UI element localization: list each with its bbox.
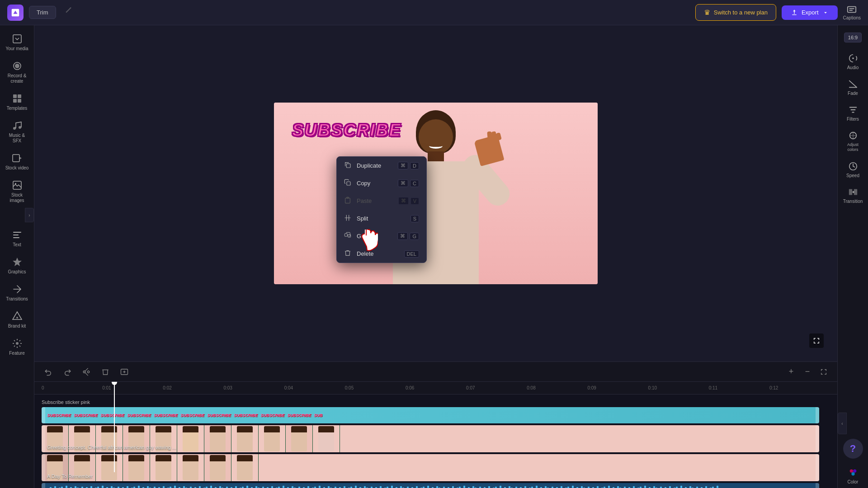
music-end-handle[interactable] bbox=[816, 454, 819, 481]
video-preview: SUBSCRIBE bbox=[34, 25, 837, 361]
video-thumb bbox=[259, 425, 286, 452]
right-sidebar-item-speed[interactable]: Speed bbox=[840, 157, 867, 182]
switch-plan-button[interactable]: ♛ Switch to a new plan bbox=[695, 4, 776, 21]
music-start-handle[interactable] bbox=[42, 454, 45, 481]
aspect-ratio-wrapper: 16:9 bbox=[844, 29, 862, 48]
svg-rect-6 bbox=[13, 94, 17, 98]
captions-button[interactable]: Captions bbox=[843, 5, 861, 20]
sidebar-item-record-create[interactable]: Record &create bbox=[2, 56, 33, 88]
sticker-end-handle[interactable] bbox=[816, 407, 819, 423]
redo-button[interactable] bbox=[61, 365, 74, 379]
right-sidebar-item-audio[interactable]: Audio bbox=[840, 49, 867, 74]
svg-rect-22 bbox=[344, 234, 347, 236]
sticker-track-bar[interactable]: SUBSCRIBE SUBSCRIBE SUBSCRIBE SUBSCRIBE … bbox=[42, 407, 819, 423]
right-sidebar-item-color[interactable]: Color bbox=[840, 463, 867, 488]
crown-icon: ♛ bbox=[704, 8, 710, 17]
context-menu-item-delete[interactable]: Delete DEL bbox=[337, 245, 426, 263]
timeline-toolbar: + − bbox=[34, 362, 837, 382]
playhead[interactable] bbox=[114, 382, 115, 472]
svg-rect-18 bbox=[346, 164, 350, 168]
svg-rect-19 bbox=[347, 182, 350, 185]
cut-button[interactable] bbox=[80, 365, 93, 379]
undo-button[interactable] bbox=[42, 365, 55, 379]
copy-icon bbox=[344, 179, 351, 188]
svg-rect-7 bbox=[18, 94, 21, 98]
sidebar-item-your-media[interactable]: Your media bbox=[2, 29, 33, 55]
sidebar-item-templates[interactable]: Templates bbox=[2, 89, 33, 115]
video-canvas: SUBSCRIBE bbox=[274, 103, 598, 284]
context-menu: Duplicate ⌘ D Copy bbox=[336, 156, 427, 263]
sticker-start-handle[interactable] bbox=[42, 407, 45, 423]
sidebar-item-graphics[interactable]: Graphics bbox=[2, 252, 33, 278]
sticker-thumbs: SUBSCRIBE SUBSCRIBE SUBSCRIBE SUBSCRIBE … bbox=[42, 413, 328, 418]
video-track-text-label: Greeting concept. Cheerful african ameri… bbox=[47, 445, 176, 450]
context-menu-item-group[interactable]: Group ⌘ G bbox=[337, 227, 426, 245]
sidebar-item-text[interactable]: Text bbox=[2, 225, 33, 251]
svg-rect-8 bbox=[13, 99, 17, 103]
center-content: SUBSCRIBE bbox=[34, 25, 837, 488]
trim-button[interactable]: Trim bbox=[29, 6, 56, 19]
video-track: Greeting concept. Cheerful african ameri… bbox=[34, 425, 837, 452]
magic-button[interactable] bbox=[61, 4, 76, 21]
zoom-out-button[interactable]: − bbox=[801, 366, 814, 378]
video-thumb bbox=[313, 425, 340, 452]
fullscreen-button[interactable] bbox=[809, 333, 824, 348]
context-menu-item-paste[interactable]: Paste ⌘ V bbox=[337, 192, 426, 210]
group-icon bbox=[344, 232, 351, 240]
right-sidebar-item-filters[interactable]: Filters bbox=[840, 100, 867, 125]
video-track-bar[interactable]: Greeting concept. Cheerful african ameri… bbox=[42, 425, 819, 452]
sidebar-item-stock-images[interactable]: Stockimages bbox=[2, 175, 33, 207]
left-sidebar: Your media Record &create Templates Musi… bbox=[0, 25, 34, 488]
context-menu-item-split[interactable]: Split S bbox=[337, 210, 426, 227]
svg-point-10 bbox=[13, 127, 16, 130]
video-thumb bbox=[177, 425, 204, 452]
right-sidebar-item-fade[interactable]: Fade bbox=[840, 75, 867, 99]
music-track: A Day To Remember bbox=[34, 454, 837, 481]
context-menu-item-duplicate[interactable]: Duplicate ⌘ D bbox=[337, 157, 426, 174]
help-button[interactable]: ? bbox=[843, 439, 863, 459]
svg-rect-9 bbox=[18, 99, 21, 103]
right-sidebar-collapse-button[interactable]: ‹ bbox=[838, 413, 847, 434]
zoom-in-button[interactable]: + bbox=[785, 366, 797, 378]
topbar: Trim ♛ Switch to a new plan Export Capti… bbox=[0, 0, 868, 25]
music-track-bar[interactable]: A Day To Remember bbox=[42, 454, 819, 481]
delete-icon bbox=[344, 249, 351, 258]
audio-start-handle[interactable] bbox=[42, 483, 45, 488]
delete-track-button[interactable] bbox=[99, 365, 112, 379]
add-to-timeline-button[interactable] bbox=[118, 365, 131, 379]
music-track-text-label: A Day To Remember bbox=[47, 474, 93, 479]
split-icon bbox=[344, 214, 351, 223]
svg-rect-12 bbox=[13, 155, 19, 162]
sidebar-item-feature[interactable]: Feature bbox=[2, 333, 33, 360]
svg-point-32 bbox=[851, 472, 854, 475]
sidebar-item-music-sfx[interactable]: Music &SFX bbox=[2, 116, 33, 147]
sidebar-item-transitions[interactable]: Transitions bbox=[2, 279, 33, 305]
audio-track: // Generate random waveform bars const w… bbox=[34, 483, 837, 488]
app-logo bbox=[7, 5, 24, 21]
right-sidebar-item-adjust-colors[interactable]: Adjustcolors bbox=[840, 126, 867, 156]
svg-rect-28 bbox=[849, 189, 852, 195]
paste-icon bbox=[344, 197, 351, 205]
svg-rect-21 bbox=[345, 198, 350, 203]
svg-point-30 bbox=[849, 469, 853, 473]
video-thumb bbox=[204, 425, 231, 452]
svg-point-17 bbox=[16, 342, 19, 345]
audio-waveform-bar[interactable]: // Generate random waveform bars const w… bbox=[42, 483, 819, 488]
sidebar-expand-button[interactable]: › bbox=[25, 208, 34, 222]
video-end-handle[interactable] bbox=[816, 425, 819, 452]
fit-to-screen-button[interactable] bbox=[817, 366, 830, 378]
playhead-handle[interactable] bbox=[112, 382, 117, 385]
export-button[interactable]: Export bbox=[782, 5, 838, 20]
aspect-ratio-button[interactable]: 16:9 bbox=[844, 33, 862, 42]
timeline-ruler: 0 0:01 0:02 0:03 0:04 0:05 0:06 0:07 0:0… bbox=[34, 382, 837, 394]
video-thumb bbox=[231, 425, 259, 452]
context-menu-item-copy[interactable]: Copy ⌘ C bbox=[337, 174, 426, 192]
zoom-controls: + − bbox=[785, 366, 830, 378]
svg-point-31 bbox=[853, 469, 856, 473]
sidebar-item-brand-kit[interactable]: Brand kit bbox=[2, 306, 33, 333]
svg-marker-15 bbox=[13, 258, 22, 266]
video-start-handle[interactable] bbox=[42, 425, 45, 452]
right-sidebar-item-transition[interactable]: Transition bbox=[840, 183, 867, 207]
sidebar-item-stock-video[interactable]: Stock video bbox=[2, 148, 33, 174]
audio-end-handle[interactable] bbox=[816, 483, 819, 488]
